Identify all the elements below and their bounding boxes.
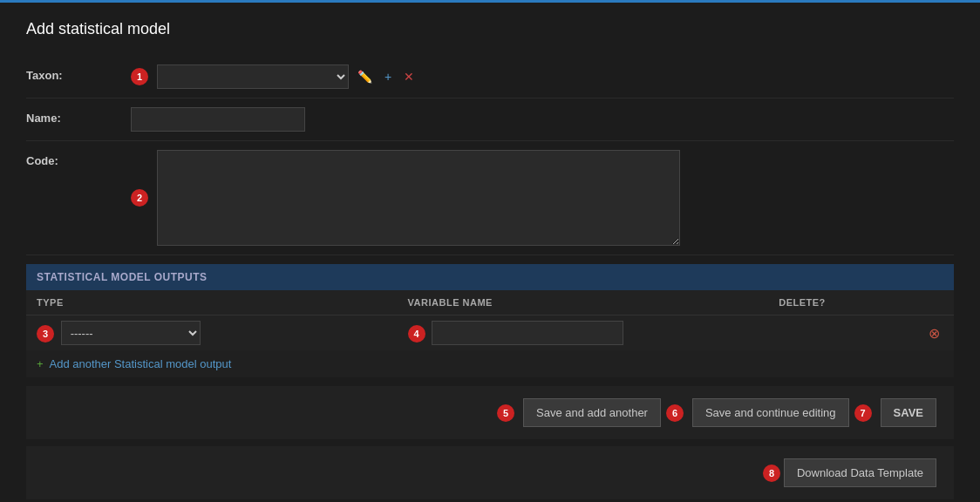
- add-another-row: + Add another Statistical model output: [26, 350, 954, 377]
- delete-cell: ⊗: [768, 315, 954, 351]
- col-varname-header: VARIABLE NAME: [398, 290, 769, 315]
- taxon-row: Taxon: 1 Option 1 Option 2 ✏️ + ✕: [26, 56, 954, 98]
- page-title: Add statistical model: [26, 20, 954, 38]
- col-delete-header: DELETE?: [768, 290, 954, 315]
- taxon-delete-button[interactable]: ✕: [400, 68, 418, 85]
- taxon-add-button[interactable]: +: [381, 68, 395, 85]
- varname-cell: 4: [398, 315, 769, 351]
- remove-row-button[interactable]: ⊗: [925, 323, 943, 343]
- code-row: Code: 2: [26, 141, 954, 255]
- name-label: Name:: [26, 107, 131, 125]
- action-bar: 5 Save and add another 6 Save and contin…: [26, 386, 954, 439]
- name-input[interactable]: [131, 107, 305, 132]
- add-another-label: Add another Statistical model output: [50, 357, 232, 370]
- code-field: 2: [131, 150, 954, 246]
- save-continue-button[interactable]: Save and continue editing: [692, 398, 849, 427]
- taxon-field: 1 Option 1 Option 2 ✏️ + ✕: [131, 64, 954, 89]
- table-row: 3 ------ Type 1 Type 2 4 ⊗: [26, 315, 954, 351]
- form-section: Taxon: 1 Option 1 Option 2 ✏️ + ✕ Name:: [26, 56, 954, 255]
- badge-6: 6: [666, 404, 684, 422]
- page-container: Add statistical model Taxon: 1 Option 1 …: [0, 0, 980, 502]
- badge-4: 4: [408, 325, 425, 343]
- badge-8: 8: [763, 465, 780, 482]
- badge-3: 3: [37, 325, 54, 343]
- taxon-label: Taxon:: [26, 64, 131, 82]
- download-template-button[interactable]: Download Data Template: [784, 458, 936, 487]
- taxon-edit-button[interactable]: ✏️: [354, 68, 376, 85]
- content-area: Add statistical model Taxon: 1 Option 1 …: [0, 3, 980, 502]
- save-add-another-button[interactable]: Save and add another: [523, 398, 661, 427]
- type-cell: 3 ------ Type 1 Type 2: [26, 315, 398, 351]
- name-field: [131, 107, 954, 132]
- type-select[interactable]: ------ Type 1 Type 2: [61, 321, 201, 345]
- code-label: Code:: [26, 150, 131, 167]
- badge-7: 7: [854, 404, 872, 422]
- add-plus-icon: +: [37, 357, 44, 370]
- taxon-select[interactable]: Option 1 Option 2: [157, 64, 349, 89]
- outputs-table-header-row: TYPE VARIABLE NAME DELETE?: [26, 290, 954, 315]
- varname-input[interactable]: [432, 321, 623, 345]
- outputs-section-header: STATISTICAL MODEL OUTPUTS: [26, 264, 954, 290]
- name-row: Name:: [26, 98, 954, 141]
- col-type-header: TYPE: [26, 290, 398, 315]
- secondary-action-bar: 8 Download Data Template: [26, 446, 954, 499]
- add-another-link[interactable]: + Add another Statistical model output: [37, 357, 231, 370]
- code-textarea[interactable]: [157, 150, 680, 246]
- badge-2: 2: [131, 189, 148, 207]
- badge-5: 5: [497, 404, 514, 422]
- save-button[interactable]: SAVE: [881, 398, 936, 427]
- statistical-outputs-section: STATISTICAL MODEL OUTPUTS TYPE VARIABLE …: [26, 264, 954, 377]
- badge-1: 1: [131, 68, 148, 85]
- outputs-table: TYPE VARIABLE NAME DELETE? 3 ------ Type…: [26, 290, 954, 350]
